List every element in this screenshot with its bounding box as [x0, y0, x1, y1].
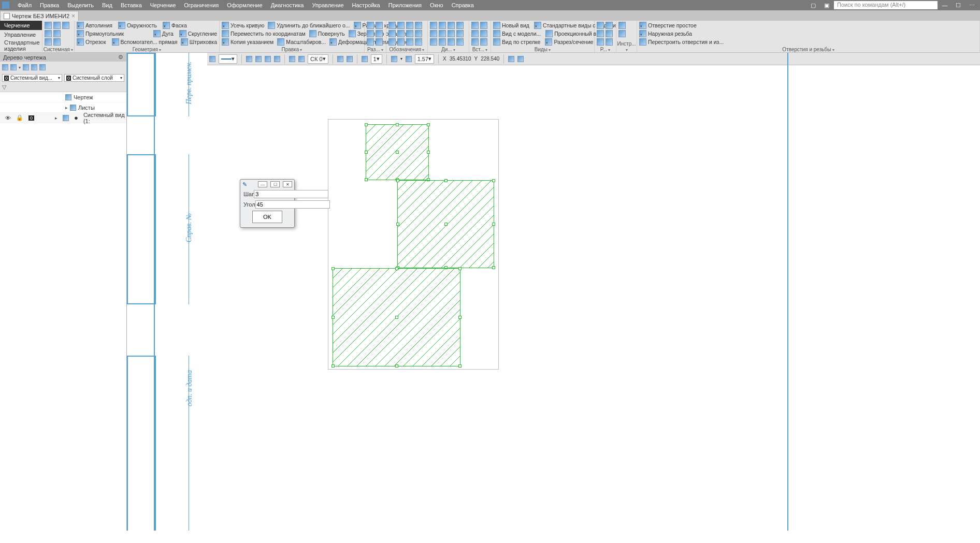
drawing-canvas[interactable]: ▾ СК 0 ▾ 1 ▾ ▾ 1.57 ▾ X 35.45310 Y — [127, 53, 980, 531]
hatched-rect-3[interactable] — [333, 268, 460, 366]
cmd-modelview[interactable]: Вид с модели... — [502, 31, 541, 37]
ann-icon4[interactable] — [415, 22, 422, 29]
document-tab-close-icon[interactable]: × — [71, 12, 75, 20]
cmd-newview[interactable]: Новый вид — [502, 22, 529, 28]
cmd-move[interactable]: Переместить по координатам — [230, 31, 306, 37]
ann-icon2[interactable] — [397, 22, 405, 29]
cmd-chamfer[interactable]: Фаска — [171, 22, 187, 28]
scale-icon[interactable] — [277, 38, 284, 46]
cmd-extend[interactable]: Удлинить до ближайшего о... — [277, 22, 350, 28]
step-input[interactable] — [254, 190, 328, 198]
snap-icon-1[interactable] — [246, 56, 252, 62]
menu-manage[interactable]: Управление — [308, 2, 348, 8]
con-icon12[interactable] — [456, 38, 464, 46]
lock-icon[interactable]: 🔒 — [16, 114, 23, 121]
tree-node-drawing[interactable]: Чертеж — [0, 92, 126, 102]
expand-icon[interactable]: ▸ — [65, 105, 68, 110]
layout-toggle-1-icon[interactable]: ▢ — [807, 1, 819, 9]
hole-icon2[interactable] — [639, 30, 646, 37]
ins-icon5[interactable] — [471, 38, 479, 46]
cmd-scale[interactable]: Масштабиров... — [286, 39, 326, 45]
command-search[interactable]: Поиск по командам (Alt+/) — [834, 1, 938, 9]
fillet-icon[interactable] — [179, 30, 186, 37]
cmd-circle[interactable]: Окружность — [127, 22, 157, 28]
angle-input[interactable] — [255, 200, 330, 209]
ins-icon2[interactable] — [480, 22, 487, 29]
projview-icon[interactable] — [545, 30, 553, 37]
cmd-section[interactable]: Разрез/сечение — [554, 39, 593, 45]
ann-icon7[interactable] — [406, 30, 413, 37]
dim-icon2[interactable] — [376, 22, 383, 29]
menu-constraints[interactable]: Ограничения — [180, 2, 223, 8]
cmd-rectangle[interactable]: Прямоугольник — [85, 31, 124, 37]
rep-icon4[interactable] — [606, 30, 613, 37]
menu-select[interactable]: Выделить — [63, 2, 98, 8]
autoline-icon[interactable] — [77, 22, 84, 29]
cmd-autoline[interactable]: Автолиния — [85, 22, 112, 28]
tree-node-sysview[interactable]: 👁 🔒 0 ▸ ● Системный вид (1: — [0, 113, 126, 123]
rect-icon[interactable] — [77, 30, 84, 37]
snap-icon-4[interactable] — [274, 56, 280, 62]
ribbon-tab-manage[interactable]: Управление — [0, 30, 42, 39]
con-icon1[interactable] — [430, 22, 437, 29]
con-icon3[interactable] — [448, 22, 455, 29]
ann-icon1[interactable] — [388, 22, 396, 29]
window-minimize-icon[interactable]: — — [939, 1, 951, 9]
ann-icon8[interactable] — [415, 30, 422, 37]
step-icon[interactable] — [362, 56, 368, 62]
ins-icon1[interactable] — [471, 22, 479, 29]
menu-file[interactable]: Файл — [13, 2, 36, 8]
trim-icon[interactable] — [222, 22, 229, 29]
ins-icon6[interactable] — [480, 38, 487, 46]
circle-icon[interactable] — [118, 22, 125, 29]
eye-icon[interactable]: 👁 — [5, 115, 11, 121]
undo-icon[interactable] — [53, 30, 61, 37]
dialog-restore-icon[interactable]: ☐ — [270, 181, 280, 187]
modelview-icon[interactable] — [493, 30, 500, 37]
coordsys-dropdown[interactable]: СК 0 ▾ — [308, 54, 328, 64]
newview-icon[interactable] — [493, 22, 500, 29]
dim-icon1[interactable] — [367, 22, 374, 29]
zoom-dropdown[interactable]: 1.57 ▾ — [415, 54, 434, 64]
tree-tool-2-icon[interactable] — [10, 64, 17, 70]
tree-tool-1-icon[interactable] — [2, 64, 8, 70]
cmd-arrowview[interactable]: Вид по стрелке — [502, 39, 540, 45]
ortho2-icon[interactable] — [347, 56, 353, 62]
cmd-copy[interactable]: Копия указанием — [230, 39, 273, 45]
hatch-icon[interactable] — [181, 38, 188, 46]
break-icon[interactable] — [354, 22, 361, 29]
menu-insert[interactable]: Вставка — [117, 2, 146, 8]
ribbon-tab-stdparts[interactable]: Стандартные изделия — [0, 39, 42, 52]
cmd-rebuild[interactable]: Перестроить отверстия и из... — [648, 39, 724, 45]
dim-icon4[interactable] — [376, 30, 383, 37]
snap-icon-2[interactable] — [255, 56, 262, 62]
cmd-hatch[interactable]: Штриховка — [190, 39, 217, 45]
menu-help[interactable]: Справка — [448, 2, 478, 8]
measure-icon[interactable] — [508, 56, 514, 62]
ortho-icon[interactable] — [337, 56, 343, 62]
auxline-icon[interactable] — [112, 38, 119, 46]
con-icon10[interactable] — [439, 38, 446, 46]
hole-icon1[interactable] — [639, 22, 646, 29]
tree-tool-3-icon[interactable] — [23, 64, 29, 70]
info-icon[interactable] — [517, 56, 524, 62]
cmd-trim[interactable]: Усечь кривую — [230, 22, 264, 28]
tree-tool-4-icon[interactable] — [31, 64, 37, 70]
dim-icon5[interactable] — [367, 38, 374, 46]
cmd-auxline[interactable]: Вспомогател... прямая — [121, 39, 178, 45]
deform-icon[interactable] — [329, 38, 337, 46]
ann-icon3[interactable] — [406, 22, 413, 29]
tree-search-input[interactable] — [8, 84, 124, 91]
con-icon8[interactable] — [456, 30, 464, 37]
con-icon5[interactable] — [430, 30, 437, 37]
con-icon4[interactable] — [456, 22, 464, 29]
new-icon[interactable] — [45, 22, 52, 29]
con-icon11[interactable] — [448, 38, 455, 46]
ann-icon5[interactable] — [388, 30, 396, 37]
menu-edit[interactable]: Правка — [36, 2, 63, 8]
cmd-rotate[interactable]: Повернуть — [318, 31, 345, 37]
rep-icon2[interactable] — [606, 22, 613, 29]
window-maximize-icon[interactable]: ☐ — [952, 1, 964, 9]
zoomfit-icon[interactable] — [391, 56, 397, 62]
zoom-icon[interactable] — [406, 56, 412, 62]
